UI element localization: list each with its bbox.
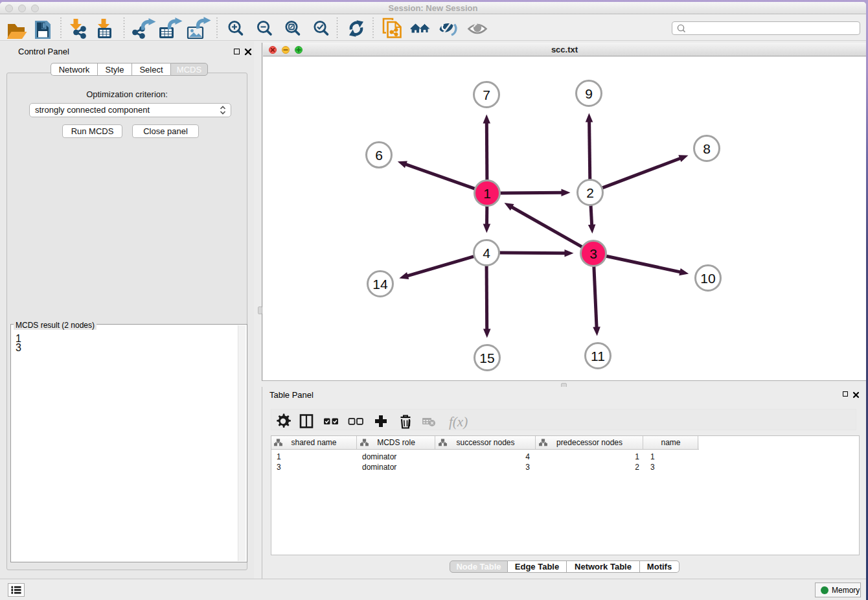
svg-text:6: 6 bbox=[375, 148, 383, 163]
svg-text:10: 10 bbox=[700, 271, 715, 286]
svg-text:3: 3 bbox=[589, 246, 597, 261]
svg-text:9: 9 bbox=[585, 86, 593, 101]
svg-text:8: 8 bbox=[703, 141, 711, 156]
svg-text:1: 1 bbox=[483, 186, 491, 201]
svg-text:7: 7 bbox=[483, 87, 490, 102]
svg-text:14: 14 bbox=[372, 277, 388, 292]
svg-text:f(x): f(x) bbox=[449, 414, 468, 430]
svg-text:11: 11 bbox=[591, 349, 605, 363]
svg-text:2: 2 bbox=[586, 185, 594, 200]
svg-text:4: 4 bbox=[483, 246, 490, 260]
svg-text:15: 15 bbox=[479, 351, 494, 365]
